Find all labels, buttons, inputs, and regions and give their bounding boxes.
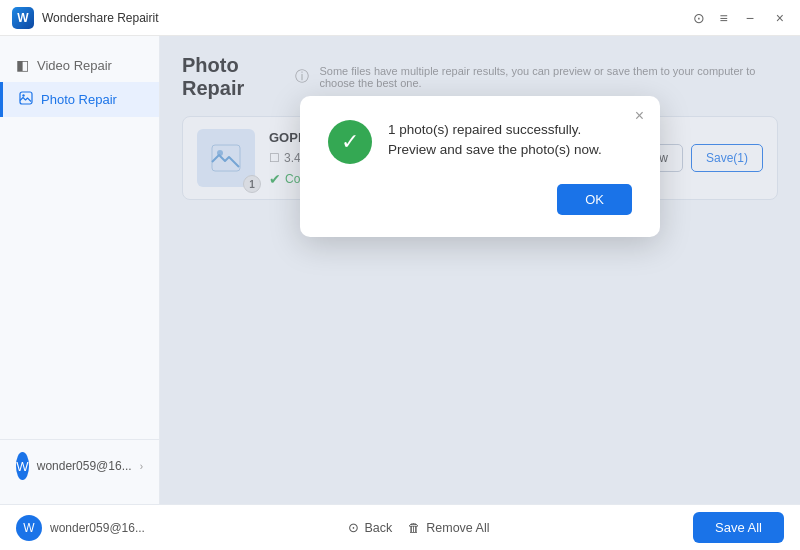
main-layout: ◧ Video Repair Photo Repair W wonder059@…	[0, 36, 800, 504]
title-bar-controls: ⊙ ≡ − ×	[693, 8, 788, 28]
bottom-username: wonder059@16...	[50, 521, 145, 535]
bottom-actions: ⊙ Back 🗑 Remove All	[348, 520, 489, 535]
menu-icon[interactable]: ≡	[719, 10, 727, 26]
sidebar-item-label: Video Repair	[37, 58, 112, 73]
sidebar-bottom: W wonder059@16... ›	[0, 439, 159, 492]
bottom-user: W wonder059@16...	[16, 515, 145, 541]
success-modal: × ✓ 1 photo(s) repaired successfully. Pr…	[300, 96, 660, 237]
trash-icon: 🗑	[408, 521, 421, 535]
sidebar-username: wonder059@16...	[37, 459, 132, 473]
back-icon: ⊙	[348, 520, 359, 535]
checkmark-icon: ✓	[341, 129, 359, 155]
sidebar-item-label: Photo Repair	[41, 92, 117, 107]
sidebar-arrow-icon: ›	[140, 461, 143, 472]
title-bar-left: W Wondershare Repairit	[12, 7, 159, 29]
svg-point-1	[22, 94, 24, 96]
modal-overlay: × ✓ 1 photo(s) repaired successfully. Pr…	[160, 36, 800, 504]
title-bar: W Wondershare Repairit ⊙ ≡ − ×	[0, 0, 800, 36]
app-title: Wondershare Repairit	[42, 11, 159, 25]
success-icon: ✓	[328, 120, 372, 164]
sidebar: ◧ Video Repair Photo Repair W wonder059@…	[0, 36, 160, 504]
help-icon[interactable]: ⊙	[693, 10, 705, 26]
bottom-bar: W wonder059@16... ⊙ Back 🗑 Remove All Sa…	[0, 504, 800, 550]
modal-body: ✓ 1 photo(s) repaired successfully. Prev…	[328, 120, 632, 164]
modal-message: 1 photo(s) repaired successfully. Previe…	[388, 120, 632, 161]
close-button[interactable]: ×	[772, 8, 788, 28]
modal-close-button[interactable]: ×	[631, 106, 648, 126]
app-logo: W	[12, 7, 34, 29]
sidebar-item-video-repair[interactable]: ◧ Video Repair	[0, 48, 159, 82]
content-area: Photo Repair ⓘ Some files have multiple …	[160, 36, 800, 504]
bottom-avatar: W	[16, 515, 42, 541]
back-button[interactable]: ⊙ Back	[348, 520, 392, 535]
sidebar-item-photo-repair[interactable]: Photo Repair	[0, 82, 159, 117]
video-repair-icon: ◧	[16, 57, 29, 73]
ok-button[interactable]: OK	[557, 184, 632, 215]
photo-repair-icon	[19, 91, 33, 108]
remove-all-button[interactable]: 🗑 Remove All	[408, 521, 489, 535]
sidebar-avatar: W	[16, 452, 29, 480]
save-all-button[interactable]: Save All	[693, 512, 784, 543]
modal-footer: OK	[328, 184, 632, 215]
minimize-button[interactable]: −	[742, 8, 758, 28]
